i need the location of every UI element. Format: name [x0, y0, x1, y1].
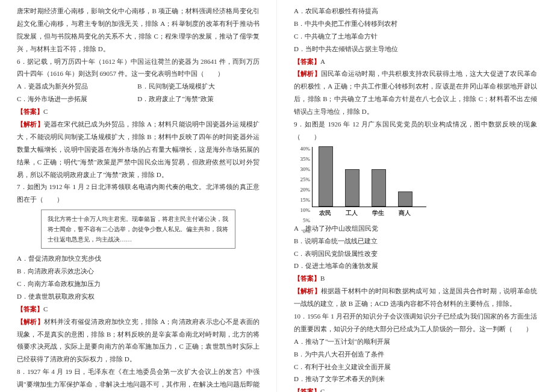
analysis-label: 【解析】	[17, 120, 44, 128]
q6-answer-value: C	[43, 108, 48, 115]
q6-option-b: B．民间制瓷工场规模扩大	[137, 80, 256, 93]
q8-answer-value: A	[320, 58, 325, 65]
bar-worker	[339, 169, 366, 207]
q10-stem: 10．1956 年 1 月召开的知识分子会议强调知识分子已经成为我们国家的各方面…	[294, 310, 537, 335]
q6-stem: 6．据记载，明万历四十年（1612 年）中国运往荷兰的瓷器为 28641 件，而…	[17, 55, 260, 81]
q6-analysis: 【解析】瓷器在宋代就已成为外贸品，排除 A；材料只能说明中国瓷器外运规模扩大，不…	[17, 118, 260, 181]
answer-label: 【答案】	[294, 388, 320, 392]
bar-farmer	[313, 146, 339, 207]
q6-option-d: D．政府废止了"海禁"政策	[137, 93, 256, 105]
xtick: 商人	[391, 207, 418, 219]
ytick: 0%	[294, 226, 310, 237]
q9-answer: 【答案】B	[294, 272, 537, 285]
q10-option-c: C．有利于社会主义建设全面开展	[294, 361, 537, 373]
q8-option-a: A．农民革命积极性有待提高	[294, 5, 537, 17]
answer-label: 【答案】	[17, 305, 43, 313]
q10-option-a: A．推动了"一五计划"的顺利开展	[294, 335, 537, 348]
ytick: 40%	[294, 144, 310, 154]
q7-quote-box: 我北方将士十余万人均主君宪。现奉懿旨，将君主民主付诸公决，我将士闻命，誓不容有二…	[41, 210, 235, 249]
q9-option-c: C．表明国民党阶级属性改变	[294, 247, 537, 260]
q6-option-a: A．瓷器成为新兴外贸品	[17, 80, 135, 93]
q8-option-b: B．中共中央把工作重心转移到农村	[294, 17, 537, 30]
q8-option-d: D．当时中共左倾错误占据主导地位	[294, 43, 537, 55]
q9-answer-value: B	[320, 275, 325, 282]
xtick: 农民	[312, 207, 338, 219]
q7-option-c: C．向南方革命政权施加压力	[17, 278, 260, 290]
xtick: 学生	[365, 207, 391, 219]
q7-option-a: A．督促清政府加快立宪步伐	[17, 252, 260, 265]
q9-analysis: 【解析】根据题干材料中的时间和数据构成可知，这是国共合作时期，说明革命统一战线的…	[294, 285, 537, 310]
bar-merchant	[392, 191, 419, 207]
chart-plot-area: 40% 35% 30% 25% 20% 15% 10% 5% 0%	[312, 147, 426, 207]
q10-answer-value: C	[320, 388, 325, 392]
q9-analysis-text: 根据题干材料中的时间和数据构成可知，这是国共合作时期，说明革命统一战线的建立，故…	[294, 287, 537, 307]
prev-analysis-cont: 唐宋时期经济重心南移，影响文化中心南移，B 项正确；材料强调经济格局变化引起文化…	[17, 5, 260, 55]
q6-option-c: C．海外市场进一步拓展	[17, 93, 135, 105]
q8-answer: 【答案】A	[294, 55, 537, 68]
ytick: 15%	[294, 195, 310, 205]
q7-answer: 【答案】C	[17, 303, 260, 316]
bar-student	[366, 169, 392, 207]
analysis-label: 【解析】	[294, 287, 321, 294]
left-column: 唐宋时期经济重心南移，影响文化中心南移，B 项正确；材料强调经济格局变化引起文化…	[0, 0, 277, 392]
ytick: 25%	[294, 175, 310, 185]
answer-label: 【答案】	[294, 275, 320, 282]
ytick: 10%	[294, 205, 310, 216]
q10-option-d: D．推动了文学艺术春天的到来	[294, 373, 537, 385]
analysis-label: 【解析】	[17, 318, 44, 325]
q7-option-b: B．向清政府表示效忠决心	[17, 265, 260, 278]
chart-y-axis: 40% 35% 30% 25% 20% 15% 10% 5% 0%	[294, 144, 310, 210]
answer-label: 【答案】	[294, 58, 320, 65]
q9-stem: 9．如图是 1926 年 12 月广东国民党党员的职业构成情况，图中数据反映的现…	[294, 118, 537, 143]
answer-label: 【答案】	[17, 108, 43, 115]
page-container: 唐宋时期经济重心南移，影响文化中心南移，B 项正确；材料强调经济格局变化引起文化…	[0, 0, 554, 392]
ytick: 35%	[294, 154, 310, 164]
ytick: 5%	[294, 216, 310, 226]
q7-stem: 7．如图为 1912 年 1 月 2 日北洋将领联名电请内阁代奏的电文。北洋将领…	[17, 181, 260, 206]
q7-answer-value: C	[43, 305, 48, 313]
q9-option-a: A．推动了孙中山改组国民党	[294, 222, 537, 235]
chart-x-axis: 农民 工人 学生 商人	[312, 207, 426, 219]
q7-option-d: D．使袁世凯获取政府实权	[17, 290, 260, 303]
ytick: 30%	[294, 164, 310, 175]
q8-option-c: C．中共确立了土地革命方针	[294, 30, 537, 43]
xtick: 工人	[338, 207, 365, 219]
q9-option-b: B．说明革命统一战线已建立	[294, 235, 537, 247]
q8-stem: 8．1927 年 4 月 19 日，毛泽东在《在土地委员会第一次扩大会议上的发言…	[17, 366, 260, 392]
q10-option-b: B．为中共八大召开创造了条件	[294, 348, 537, 361]
q7-analysis-text: 材料并没有催促清政府加快立宪，排除 A；向清政府表示忠心不是表面的现象，不是真实…	[17, 318, 260, 363]
q6-analysis-text: 瓷器在宋代就已成为外贸品，排除 A；材料只能说明中国瓷器外运规模扩大，不能说明民…	[17, 120, 260, 178]
q8-analysis-text: 国民革命运动时期，中共积极支持农民获得土地，这大大促进了农民革命的积极性，A 正…	[294, 70, 537, 115]
right-column: A．农民革命积极性有待提高 B．中共中央把工作重心转移到农村 C．中共确立了土地…	[277, 0, 554, 392]
ytick: 20%	[294, 185, 310, 195]
q9-option-d: D．促进土地革命的蓬勃发展	[294, 260, 537, 272]
q7-analysis: 【解析】材料并没有催促清政府加快立宪，排除 A；向清政府表示忠心不是表面的现象，…	[17, 316, 260, 366]
q8-analysis: 【解析】国民革命运动时期，中共积极支持农民获得土地，这大大促进了农民革命的积极性…	[294, 67, 537, 118]
q6-answer: 【答案】C	[17, 105, 260, 118]
q10-answer: 【答案】C	[294, 385, 537, 392]
q9-bar-chart: 40% 35% 30% 25% 20% 15% 10% 5% 0% 农民 工人	[312, 147, 537, 219]
analysis-label: 【解析】	[294, 70, 321, 77]
